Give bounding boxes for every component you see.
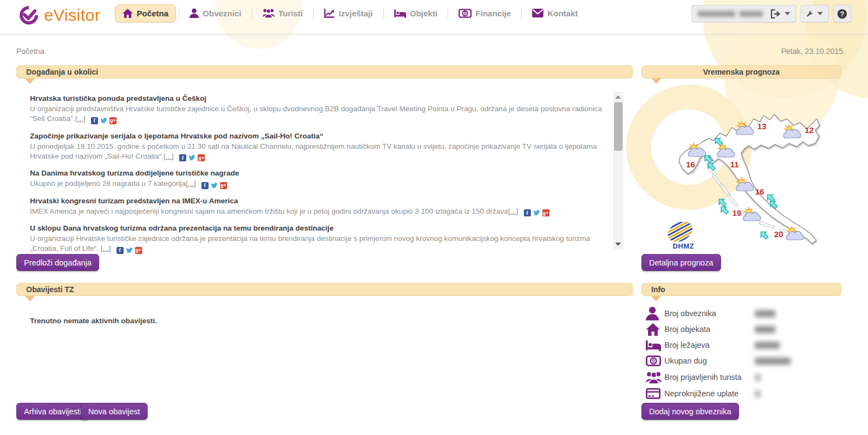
user-menu-button[interactable] <box>692 5 796 22</box>
svg-text:16: 16 <box>686 160 695 169</box>
person-icon <box>190 8 199 18</box>
read-more-link[interactable]: [...] <box>186 179 196 188</box>
twitter-icon[interactable] <box>188 154 195 161</box>
header-divider <box>0 34 868 34</box>
googleplus-icon[interactable]: g+ <box>198 154 205 161</box>
weather-panel-pointer <box>651 78 661 84</box>
header-controls: ? <box>692 5 851 22</box>
info-row-broj-objekata: Broj objekata <box>646 322 775 337</box>
scrollbar-thumb[interactable] <box>614 102 622 150</box>
svg-text:12: 12 <box>805 125 814 135</box>
facebook-icon[interactable]: f <box>201 182 209 189</box>
nav-separator <box>448 8 448 19</box>
evisitor-home-page: eVisitor Početna Obveznici <box>0 0 868 435</box>
person-icon <box>646 306 659 321</box>
info-row-broj-prijavljenih-turista: Broj prijavljenih turista <box>646 370 761 385</box>
events-panel-header: Događanja u okolici <box>16 65 633 78</box>
googleplus-icon[interactable]: g+ <box>109 117 117 124</box>
facebook-icon[interactable]: f <box>179 154 186 161</box>
blurred-value <box>755 358 791 365</box>
blurred-value <box>755 390 761 397</box>
news-body: U organizaciji Hrvatske turističke zajed… <box>30 234 612 254</box>
googleplus-icon[interactable]: g+ <box>135 247 142 254</box>
nav-item-izvjestaji[interactable]: Izvještaji <box>316 4 381 22</box>
notices-empty-message: Trenutno nemate aktivnih obavijesti. <box>30 317 157 325</box>
googleplus-icon[interactable]: g+ <box>220 182 227 189</box>
nav-separator <box>313 8 314 19</box>
card-icon <box>646 388 661 399</box>
suggest-events-button[interactable]: Predloži događanja <box>16 254 99 271</box>
info-row-ukupan-dug: 0 Ukupan dug <box>646 353 791 368</box>
help-button[interactable]: ? <box>833 5 851 22</box>
nav-separator <box>521 8 522 19</box>
facebook-icon[interactable]: f <box>91 117 98 124</box>
news-item: U sklopu Dana hrvatskog turizma održana … <box>30 223 612 254</box>
events-scrollbar[interactable] <box>613 92 624 250</box>
read-more-link[interactable]: [...] <box>75 114 85 123</box>
blurred-username <box>698 11 735 17</box>
svg-text:13: 13 <box>757 122 767 131</box>
notices-archive-button[interactable]: Arhiva obavijesti <box>16 403 89 420</box>
svg-text:20: 20 <box>774 229 784 239</box>
nav-item-obveznici[interactable]: Obveznici <box>182 4 249 22</box>
share-icons: fg+ <box>91 117 117 124</box>
chart-icon <box>324 8 335 18</box>
svg-text:0: 0 <box>464 10 467 16</box>
blurred-value <box>755 374 761 381</box>
nav-item-turisti[interactable]: Turisti <box>255 4 310 22</box>
tools-menu-button[interactable] <box>800 5 829 22</box>
add-obveznik-button[interactable]: Dodaj novog obveznika <box>641 403 739 420</box>
dhmz-logo: DHMZ <box>665 222 701 250</box>
nav-item-financije[interactable]: 0 Financije <box>451 4 518 22</box>
scroll-down-arrow[interactable] <box>615 243 621 246</box>
people-icon <box>262 8 274 18</box>
news-title: U sklopu Dana hrvatskog turizma održana … <box>30 223 612 233</box>
twitter-icon[interactable] <box>126 247 133 254</box>
logo-wordmark: eVisitor <box>44 6 101 25</box>
news-item: Hrvatski kongresni turizam predstavljen … <box>30 196 612 217</box>
twitter-icon[interactable] <box>211 182 218 189</box>
googleplus-icon[interactable]: g+ <box>542 209 549 216</box>
news-title: Hrvatski kongresni turizam predstavljen … <box>30 196 612 206</box>
info-row-broj-obveznika: Broj obveznika <box>646 306 775 321</box>
svg-text:0: 0 <box>652 358 655 364</box>
read-more-link[interactable]: [...] <box>163 152 174 160</box>
facebook-icon[interactable]: f <box>524 209 531 216</box>
people-icon <box>646 371 662 384</box>
share-icons: fg+ <box>179 154 205 161</box>
new-notice-button[interactable]: Nova obavijest <box>81 403 148 420</box>
home-icon <box>646 323 660 336</box>
dhmz-label: DHMZ <box>665 242 701 250</box>
nav-separator <box>179 8 179 19</box>
help-icon: ? <box>837 9 847 19</box>
twitter-icon[interactable] <box>533 209 540 216</box>
nav-item-kontakt[interactable]: Kontakt <box>524 4 585 22</box>
share-icons: fg+ <box>201 182 227 189</box>
facebook-icon[interactable]: f <box>117 247 124 254</box>
home-icon <box>123 9 133 18</box>
logout-icon <box>771 9 780 19</box>
notices-panel-header: Obavijesti TZ <box>16 283 633 296</box>
detailed-forecast-button[interactable]: Detaljna prognoza <box>641 254 721 271</box>
notices-panel-pointer <box>25 296 35 301</box>
current-date: Petak, 23.10.2015. <box>781 47 845 56</box>
scroll-up-arrow[interactable] <box>615 95 621 99</box>
bed-icon <box>646 340 661 351</box>
nav-item-objekti[interactable]: Objekti <box>387 4 445 22</box>
read-more-link[interactable]: [...] <box>508 207 518 215</box>
envelope-icon <box>532 9 543 17</box>
svg-text:19: 19 <box>732 208 742 218</box>
events-panel-pointer <box>25 78 35 84</box>
info-row-broj-lezajeva: Broj ležajeva <box>646 337 780 353</box>
twitter-icon[interactable] <box>100 117 107 124</box>
dhmz-logo-icon <box>665 222 695 241</box>
evisitor-logo-icon <box>18 4 40 26</box>
weather-panel-header: Vremenska prognoza <box>641 65 841 78</box>
nav-item-pocetna[interactable]: Početna <box>115 4 176 22</box>
news-item: Hrvatska turistička ponuda predstavljena… <box>30 94 612 124</box>
svg-text:16: 16 <box>755 187 765 196</box>
nav-separator <box>252 8 252 19</box>
news-body: IMEX America je najveći i najposjećeniji… <box>30 207 612 217</box>
read-more-link[interactable]: [...] <box>101 244 111 252</box>
banknote-icon: 0 <box>646 355 661 366</box>
